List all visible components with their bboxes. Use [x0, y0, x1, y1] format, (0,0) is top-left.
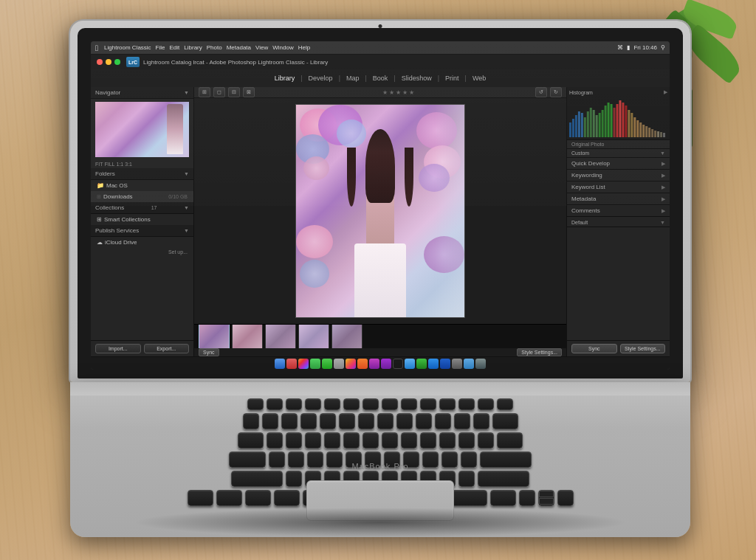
key-5[interactable] [339, 413, 355, 429]
menu-metadata[interactable]: Metadata [227, 44, 251, 51]
publish-toggle[interactable]: ▼ [184, 228, 189, 233]
key-4[interactable] [320, 413, 336, 429]
key-semicolon[interactable] [441, 452, 458, 468]
key-minus[interactable] [454, 413, 470, 429]
key-s[interactable] [288, 452, 304, 468]
tab-library[interactable]: Library [270, 73, 300, 83]
key-f1[interactable] [267, 398, 283, 410]
dock-wechat[interactable] [322, 359, 332, 369]
minimize-button[interactable] [106, 59, 111, 65]
menu-view[interactable]: View [255, 44, 268, 51]
key-f3[interactable] [305, 398, 321, 410]
key-7[interactable] [377, 413, 394, 429]
key-f11[interactable] [458, 398, 475, 410]
key-return[interactable] [480, 452, 532, 468]
menu-window[interactable]: Window [272, 44, 293, 51]
star-4[interactable]: ★ [402, 89, 408, 96]
menu-edit[interactable]: Edit [170, 44, 180, 51]
key-updown[interactable] [538, 490, 554, 506]
dock-music[interactable] [369, 359, 379, 369]
key-f5[interactable] [343, 398, 360, 410]
folder-macos[interactable]: 📁 Mac OS [91, 180, 193, 191]
grid-view-button[interactable]: ⊞ [199, 87, 210, 97]
key-equals[interactable] [473, 413, 489, 429]
key-power[interactable] [497, 398, 513, 410]
fullscreen-button[interactable] [114, 59, 120, 65]
key-f[interactable] [326, 452, 343, 468]
folders-header[interactable]: Folders ▼ [91, 168, 193, 180]
tab-print[interactable]: Print [441, 73, 464, 83]
key-r[interactable] [324, 432, 340, 449]
key-slash[interactable] [458, 471, 475, 487]
style-settings-sync-button[interactable]: Style Settings... [620, 344, 666, 353]
key-left[interactable] [519, 490, 535, 506]
filmstrip-thumb-1[interactable] [199, 324, 230, 348]
key-control[interactable] [216, 490, 242, 506]
key-esc[interactable] [247, 398, 264, 410]
key-2[interactable] [281, 413, 298, 429]
key-f7[interactable] [382, 398, 398, 410]
metadata-arrow[interactable]: ▶ [662, 196, 665, 202]
export-button[interactable]: Export... [144, 344, 190, 353]
dock-messages[interactable] [310, 359, 320, 369]
key-backslash[interactable] [497, 432, 523, 449]
dock-chrome[interactable] [298, 359, 309, 369]
star-3[interactable]: ★ [396, 89, 401, 96]
folders-toggle[interactable]: ▼ [184, 171, 189, 176]
dock-finder[interactable] [275, 359, 285, 369]
key-o[interactable] [420, 432, 436, 449]
key-delete[interactable] [492, 413, 518, 429]
key-q[interactable] [267, 432, 283, 449]
key-rshift[interactable] [478, 471, 529, 487]
key-capslock[interactable] [229, 452, 266, 468]
comments-section[interactable]: Comments ▶ [567, 205, 670, 217]
histogram-arrow[interactable]: ▶ [664, 89, 667, 95]
key-f4[interactable] [324, 398, 340, 410]
key-p[interactable] [439, 432, 456, 449]
dock-podcasts[interactable] [381, 359, 391, 369]
key-fn[interactable] [188, 490, 213, 506]
custom-dropdown[interactable]: ▼ [660, 151, 665, 156]
key-l[interactable] [422, 452, 439, 468]
key-f6[interactable] [362, 398, 379, 410]
default-dropdown[interactable]: ▼ [660, 220, 665, 225]
key-u[interactable] [382, 432, 398, 449]
folder-downloads[interactable]: ⊞ Downloads 0/10 GB [91, 191, 193, 202]
menu-library[interactable]: Library [184, 44, 202, 51]
dock-launchpad[interactable] [286, 359, 297, 369]
key-tab[interactable] [238, 432, 264, 449]
key-e[interactable] [305, 432, 321, 449]
dock-mail[interactable] [464, 359, 474, 369]
metadata-section[interactable]: Metadata ▶ [567, 193, 670, 205]
key-d[interactable] [307, 452, 323, 468]
key-z[interactable] [286, 471, 302, 487]
collections-toggle[interactable]: ▼ [184, 205, 189, 210]
tab-web[interactable]: Web [468, 73, 490, 83]
keyword-list-arrow[interactable]: ▶ [662, 184, 665, 190]
key-3[interactable] [300, 413, 317, 429]
apple-menu-icon[interactable]:  [95, 44, 98, 52]
smart-collections[interactable]: ⊞ Smart Collections [91, 214, 193, 225]
key-0[interactable] [435, 413, 451, 429]
key-f9[interactable] [420, 398, 436, 410]
survey-view-button[interactable]: ⊠ [243, 87, 255, 97]
rotate-left-button[interactable]: ↺ [535, 87, 547, 97]
keywording-arrow[interactable]: ▶ [662, 173, 665, 179]
loupe-view-button[interactable]: ◻ [213, 87, 225, 97]
star-2[interactable]: ★ [389, 89, 394, 96]
dock-trash[interactable] [475, 359, 486, 369]
import-button[interactable]: Import... [95, 344, 141, 353]
key-1[interactable] [262, 413, 278, 429]
menu-lightroom[interactable]: Lightroom Classic [104, 44, 151, 51]
key-f12[interactable] [478, 398, 494, 410]
style-settings-button[interactable]: Style Settings... [517, 348, 562, 356]
keywording-section[interactable]: Keywording ▶ [567, 170, 670, 182]
key-rcmd[interactable] [490, 490, 516, 506]
dock-photos[interactable] [346, 359, 356, 369]
star-1[interactable]: ★ [382, 89, 388, 96]
tab-slideshow[interactable]: Slideshow [397, 73, 436, 83]
key-9[interactable] [416, 413, 432, 429]
key-6[interactable] [358, 413, 374, 429]
navigator-header[interactable]: Navigator ▼ [91, 87, 193, 99]
key-a[interactable] [269, 452, 285, 468]
